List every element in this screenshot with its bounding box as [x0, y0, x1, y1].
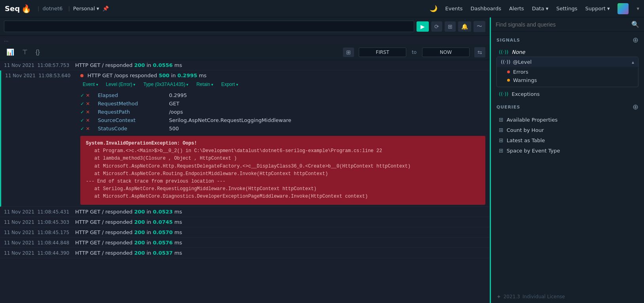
prop-exclude-icon[interactable]: ✕ [86, 93, 90, 98]
query-latest-as-table[interactable]: ⊞ Latest as Table [496, 135, 638, 145]
nav-dashboards[interactable]: Dashboards [471, 6, 501, 11]
event-row[interactable]: 11 Nov 2021 11:08:45.175 HTTP GET / resp… [0, 227, 489, 238]
event-row[interactable]: 11 Nov 2021 11:08:45.303 HTTP GET / resp… [0, 217, 489, 227]
expanded-event-header[interactable]: 11 Nov 2021 11:08:53.640 HTTP GET /oops … [1, 71, 489, 79]
duration-value: 0.0570 [153, 229, 172, 235]
status-code: 200 [134, 209, 145, 215]
status-code: 200 [134, 240, 145, 246]
navbar-right: 🌙 Events Dashboards Alerts Data ▾ Settin… [430, 3, 639, 14]
status-code: 200 [134, 229, 145, 235]
grid-view-button[interactable]: ⊞ [343, 48, 354, 57]
code-view-button[interactable]: {} [33, 47, 42, 57]
duration-value: 0.0576 [153, 240, 172, 246]
prop-include-icon[interactable]: ✓ [80, 93, 84, 98]
from-date-value: FIRST [376, 50, 389, 55]
signals-search-bar: 🔍 [491, 17, 644, 32]
prop-exclude-icon[interactable]: ✕ [86, 126, 90, 131]
queries-section: QUERIES ⊕ ⊞ Available Properties ⊞ Count… [491, 100, 644, 158]
workspace-selector[interactable]: Personal ▾ [73, 6, 99, 11]
signal-warnings-item[interactable]: Warnings [505, 76, 634, 84]
signal-level-children: Errors Warnings [497, 67, 638, 87]
query-grid-icon: ⊞ [499, 147, 504, 154]
user-avatar[interactable] [617, 3, 629, 14]
add-query-button[interactable]: ⊕ [633, 103, 638, 111]
query-latest-as-table-label: Latest as Table [507, 137, 545, 143]
event-message: HTTP GET / responded 200 in 0.0570 ms [75, 229, 485, 235]
error-dot-icon [80, 74, 83, 77]
signal-collapse-icon[interactable] [632, 59, 634, 65]
chart-view-button[interactable]: 📊 [4, 47, 17, 57]
grid-button[interactable]: ⊞ [445, 21, 456, 32]
workspace-label: Personal [73, 6, 95, 11]
to-date-field[interactable]: NOW [422, 48, 470, 57]
level-tag-button[interactable]: Level (Error) ▾ [104, 81, 138, 88]
nav-alerts[interactable]: Alerts [509, 6, 524, 11]
nav-events[interactable]: Events [445, 6, 463, 11]
event-row[interactable]: 11 Nov 2021 11:08:45.431 HTTP GET / resp… [0, 207, 489, 217]
nav-data-label: Data [532, 6, 544, 11]
prop-checks: ✓ ✕ [80, 126, 90, 131]
query-grid-icon: ⊞ [499, 127, 504, 133]
prop-value: 500 [169, 126, 179, 131]
toolbar-row: 📊 ⊤ {} ⊞ FIRST to NOW ⇆ [0, 44, 489, 60]
signal-level-header[interactable]: ((·)) @Level [497, 57, 638, 67]
signal-errors-label: Errors [513, 69, 528, 75]
event-tag-button[interactable]: Event ▾ [80, 81, 100, 88]
event-row[interactable]: 11 Nov 2021 11:08:44.390 HTTP GET / resp… [0, 248, 489, 258]
app-logo[interactable]: Seq 🔥 [5, 4, 31, 13]
filter-button[interactable]: ⊤ [20, 47, 30, 57]
alert-button[interactable]: 🔔 [458, 21, 471, 32]
signal-warnings-label: Warnings [513, 77, 537, 83]
signal-errors-item[interactable]: Errors [505, 68, 634, 76]
nav-support-dropdown[interactable]: Support ▾ [585, 6, 610, 11]
footer-star-icon: ✦ [496, 293, 501, 300]
run-query-button[interactable]: ▶ [417, 21, 429, 32]
stack-trace-line: at Microsoft.AspNetCore.Diagnostics.Deve… [86, 193, 480, 200]
prop-row: ✓ ✕ SourceContext Serilog.AspNetCore.Req… [80, 116, 485, 124]
status-code: 200 [134, 250, 145, 256]
prop-row: ✓ ✕ Elapsed 0.2995 [80, 91, 485, 99]
query-input[interactable] [4, 21, 414, 32]
avatar-chevron-icon[interactable]: ▾ [636, 6, 639, 11]
prop-exclude-icon[interactable]: ✕ [86, 118, 90, 123]
event-row[interactable]: 11 Nov 2021 11:08:57.753 HTTP GET / resp… [0, 60, 489, 71]
signal-group-radio-icon: ((·)) [501, 59, 510, 65]
swap-dates-button[interactable]: ⇆ [474, 47, 485, 57]
nav-data-dropdown[interactable]: Data ▾ [532, 6, 549, 11]
add-signal-button[interactable]: ⊕ [633, 36, 638, 44]
query-space-by-event-type[interactable]: ⊞ Space by Event Type [496, 145, 638, 156]
prop-value: /oops [169, 109, 183, 115]
type-chevron-icon: ▾ [186, 82, 188, 87]
event-row[interactable]: 11 Nov 2021 11:08:44.848 HTTP GET / resp… [0, 238, 489, 248]
retain-tag-button[interactable]: Retain ▾ [194, 81, 216, 88]
prop-name: RequestPath [98, 109, 161, 115]
stack-trace-line: at lambda_method3(Closure , Object , Htt… [86, 155, 480, 162]
prop-exclude-icon[interactable]: ✕ [86, 101, 90, 107]
to-date-value: NOW [440, 50, 452, 55]
prop-include-icon[interactable]: ✓ [80, 118, 84, 123]
status-code: 200 [134, 219, 145, 225]
prop-include-icon[interactable]: ✓ [80, 101, 84, 107]
prop-include-icon[interactable]: ✓ [80, 109, 84, 115]
refresh-button[interactable]: ⟳ [431, 21, 442, 32]
pin-icon[interactable]: 📌 [102, 6, 109, 11]
export-tag-button[interactable]: Export ▾ [219, 81, 241, 88]
prop-include-icon[interactable]: ✓ [80, 126, 84, 131]
export-chevron-icon: ▾ [236, 82, 238, 87]
error-duration: 0.2995 [177, 72, 197, 78]
signal-button[interactable]: 〜 [474, 21, 485, 32]
type-tag-button[interactable]: Type (0x37AA1435) ▾ [141, 81, 191, 88]
query-count-by-hour[interactable]: ⊞ Count by Hour [496, 125, 638, 135]
prop-exclude-icon[interactable]: ✕ [86, 109, 90, 115]
query-available-properties[interactable]: ⊞ Available Properties [496, 114, 638, 125]
signal-none-item[interactable]: ((·)) None [496, 48, 638, 57]
signal-exceptions-item[interactable]: ((·)) Exceptions [496, 90, 638, 99]
signals-search-input[interactable] [496, 21, 628, 28]
prop-name: SourceContext [98, 117, 161, 123]
error-dot-icon [507, 71, 510, 73]
nav-settings[interactable]: Settings [556, 6, 577, 11]
event-message: HTTP GET / responded 200 in 0.0523 ms [75, 209, 485, 215]
from-date-field[interactable]: FIRST [359, 48, 406, 57]
warning-dot-icon [507, 79, 510, 82]
theme-toggle-icon[interactable]: 🌙 [430, 5, 438, 12]
